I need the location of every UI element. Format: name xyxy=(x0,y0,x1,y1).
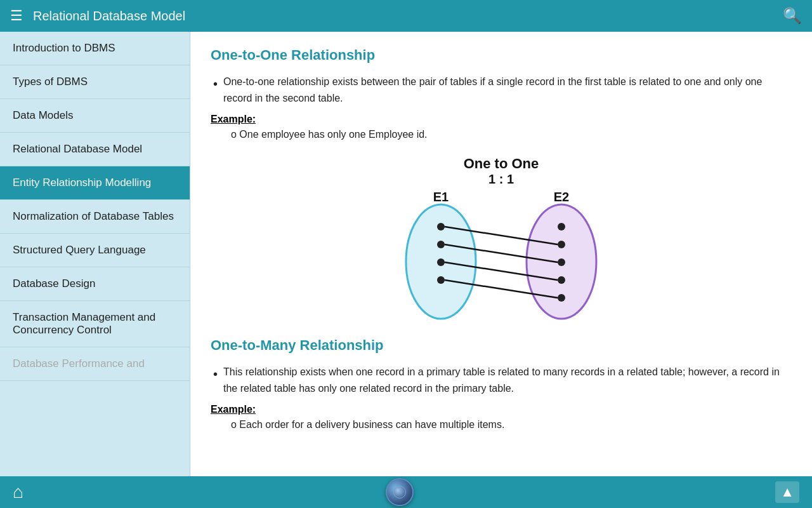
e2-dot3 xyxy=(558,258,565,266)
section2-title: One-to-Many Relationship xyxy=(211,337,792,354)
diagram-subtitle: 1 : 1 xyxy=(488,172,514,186)
sidebar-item-data-models[interactable]: Data Models xyxy=(0,99,190,133)
e2-dot5 xyxy=(558,294,565,302)
home-button[interactable]: ⌂ xyxy=(13,482,23,502)
e1-dot3 xyxy=(437,258,445,266)
sidebar-item-types-dbms[interactable]: Types of DBMS xyxy=(0,65,190,99)
logo-circle xyxy=(386,478,414,506)
section2-example-label: Example: xyxy=(211,404,792,415)
diagram-title: One to One xyxy=(464,156,539,171)
section1-title: One-to-One Relationship xyxy=(211,47,792,64)
bottom-nav: ⌂ ▲ xyxy=(0,476,812,508)
sidebar-item-entity-relationship[interactable]: Entity Relationship Modelling xyxy=(0,166,190,200)
sidebar-item-sql[interactable]: Structured Query Language xyxy=(0,234,190,267)
section1-bullet: One-to-one relationship exists between t… xyxy=(211,74,792,106)
sidebar-item-intro-dbms[interactable]: Introduction to DBMS xyxy=(0,32,190,65)
section1-example-text: o One employee has only one Employee id. xyxy=(211,129,792,140)
sidebar-item-normalization[interactable]: Normalization of Database Tables xyxy=(0,200,190,234)
main-layout: Introduction to DBMS Types of DBMS Data … xyxy=(0,32,812,476)
diagram-container: One to One 1 : 1 E1 E2 xyxy=(211,150,792,322)
top-bar-left: ☰ Relational Database Model xyxy=(10,8,185,24)
e1-dot1 xyxy=(437,223,445,231)
e1-dot4 xyxy=(437,276,445,284)
e2-dot4 xyxy=(558,276,565,284)
logo-inner xyxy=(393,486,406,498)
one-to-one-diagram: One to One 1 : 1 E1 E2 xyxy=(374,150,628,322)
app-title: Relational Database Model xyxy=(33,9,185,23)
sidebar: Introduction to DBMS Types of DBMS Data … xyxy=(0,32,190,476)
up-arrow-button[interactable]: ▲ xyxy=(775,481,799,503)
hamburger-icon[interactable]: ☰ xyxy=(10,8,23,24)
section1-example-label: Example: xyxy=(211,114,792,125)
top-bar: ☰ Relational Database Model 🔍 xyxy=(0,0,812,32)
content-area: One-to-One Relationship One-to-one relat… xyxy=(190,32,812,476)
sidebar-item-db-design[interactable]: Database Design xyxy=(0,267,190,301)
e1-dot2 xyxy=(437,241,445,248)
sidebar-item-db-performance[interactable]: Database Performance and xyxy=(0,347,190,381)
e2-label: E2 xyxy=(554,190,569,204)
e2-dot2 xyxy=(558,241,565,248)
section2-bullet: This relationship exists when one record… xyxy=(211,364,792,396)
e2-dot1 xyxy=(558,223,565,231)
sidebar-item-transaction-mgmt[interactable]: Transaction Management and Concurrency C… xyxy=(0,301,190,347)
sidebar-item-relational-db-model[interactable]: Relational Database Model xyxy=(0,133,190,166)
section2-example-text: o Each order for a delivery business can… xyxy=(211,419,792,431)
e1-label: E1 xyxy=(433,190,449,204)
search-icon[interactable]: 🔍 xyxy=(783,7,802,25)
center-logo[interactable] xyxy=(384,476,416,508)
